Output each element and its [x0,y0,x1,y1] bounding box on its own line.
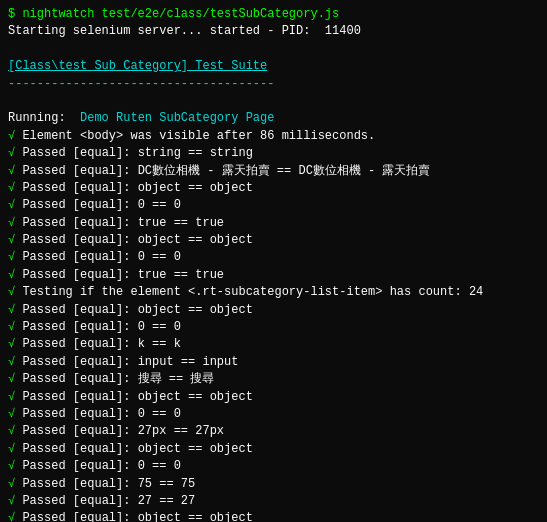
passed-value: [equal]: k == k [73,337,181,351]
passed-label: Passed [22,424,72,438]
terminal-line: √ Passed [equal]: object == object [8,302,539,319]
terminal-line: √ Passed [equal]: k == k [8,336,539,353]
passed-label: Passed [22,407,72,421]
passed-label: Passed [22,146,72,160]
terminal-line: √ Passed [equal]: 27px == 27px [8,423,539,440]
terminal-line: √ Passed [equal]: 0 == 0 [8,197,539,214]
check-mark: √ [8,355,22,369]
passed-value: [equal]: object == object [73,390,253,404]
terminal-line: √ Passed [equal]: 0 == 0 [8,458,539,475]
check-mark: √ [8,494,22,508]
terminal-line: √ Passed [equal]: 搜尋 == 搜尋 [8,371,539,388]
terminal: $ nightwatch test/e2e/class/testSubCateg… [8,6,539,522]
check-mark: √ [8,372,22,386]
terminal-line: √ Passed [equal]: object == object [8,232,539,249]
passed-value: [equal]: 27 == 27 [73,494,195,508]
passed-label: Passed [22,390,72,404]
passed-value: [equal]: 75 == 75 [73,477,195,491]
passed-value: [equal]: 0 == 0 [73,198,181,212]
passed-value: [equal]: object == object [73,303,253,317]
passed-value: [equal]: true == true [73,216,224,230]
passed-label: Passed [22,355,72,369]
passed-label: Passed [22,320,72,334]
terminal-output: $ nightwatch test/e2e/class/testSubCateg… [8,6,539,522]
passed-label: Passed [22,164,72,178]
passed-value: [equal]: input == input [73,355,239,369]
running-value: Demo Ruten SubCategory Page [80,111,274,125]
check-mark: √ [8,424,22,438]
terminal-line: $ nightwatch test/e2e/class/testSubCateg… [8,6,539,23]
check-mark: √ [8,477,22,491]
passed-value: [equal]: 0 == 0 [73,250,181,264]
passed-label: Passed [22,459,72,473]
terminal-line [8,41,539,58]
check-mark: √ [8,129,22,143]
passed-value: [equal]: object == object [73,181,253,195]
passed-value: [equal]: true == true [73,268,224,282]
passed-label: Passed [22,268,72,282]
terminal-line: √ Passed [equal]: 75 == 75 [8,476,539,493]
terminal-line: √ Element <body> was visible after 86 mi… [8,128,539,145]
check-mark: √ [8,216,22,230]
passed-label: Passed [22,442,72,456]
passed-label: Passed [22,303,72,317]
terminal-line: √ Passed [equal]: input == input [8,354,539,371]
check-mark: √ [8,459,22,473]
info-text: Starting selenium server... started - PI… [8,24,361,38]
passed-label: Passed [22,494,72,508]
check-mark: √ [8,250,22,264]
terminal-line: √ Passed [equal]: object == object [8,389,539,406]
terminal-line: [Class\test Sub Category] Test Suite [8,58,539,75]
passed-value: [equal]: DC數位相機 - 露天拍賣 == DC數位相機 - 露天拍賣 [73,164,431,178]
prompt-text: $ nightwatch test/e2e/class/testSubCateg… [8,7,339,21]
running-label: Running: [8,111,80,125]
terminal-line: Starting selenium server... started - PI… [8,23,539,40]
check-mark: √ [8,511,22,522]
check-mark: √ [8,407,22,421]
check-mark: √ [8,268,22,282]
check-mark: √ [8,164,22,178]
check-mark: √ [8,390,22,404]
passed-label: Passed [22,477,72,491]
terminal-line: √ Testing if the element <.rt-subcategor… [8,284,539,301]
terminal-line: √ Passed [equal]: 27 == 27 [8,493,539,510]
terminal-line: √ Passed [equal]: 0 == 0 [8,406,539,423]
passed-value: [equal]: object == object [73,511,253,522]
terminal-line: √ Passed [equal]: object == object [8,441,539,458]
terminal-line: Running: Demo Ruten SubCategory Page [8,110,539,127]
check-mark: √ [8,181,22,195]
passed-value: [equal]: 搜尋 == 搜尋 [73,372,215,386]
passed-label: Passed [22,511,72,522]
terminal-line: √ Passed [equal]: true == true [8,267,539,284]
passed-label: Passed [22,233,72,247]
terminal-line: √ Passed [equal]: true == true [8,215,539,232]
check-mark: √ [8,146,22,160]
passed-label: Passed [22,372,72,386]
check-mark: √ [8,442,22,456]
check-mark: √ [8,233,22,247]
check-mark: √ [8,337,22,351]
passed-value: [equal]: object == object [73,442,253,456]
passed-label: Passed [22,198,72,212]
info-plain-text: Element <body> was visible after 86 mill… [22,129,375,143]
suite-name: [Class\test Sub Category] Test Suite [8,59,267,73]
passed-value: [equal]: 0 == 0 [73,459,181,473]
terminal-line: √ Passed [equal]: 0 == 0 [8,319,539,336]
passed-value: [equal]: 0 == 0 [73,407,181,421]
passed-value: [equal]: 0 == 0 [73,320,181,334]
passed-label: Passed [22,181,72,195]
terminal-line: √ Passed [equal]: string == string [8,145,539,162]
check-mark: √ [8,320,22,334]
terminal-line: √ Passed [equal]: object == object [8,180,539,197]
info-plain-text: Testing if the element <.rt-subcategory-… [22,285,483,299]
check-mark: √ [8,303,22,317]
passed-label: Passed [22,337,72,351]
terminal-line: √ Passed [equal]: 0 == 0 [8,249,539,266]
passed-value: [equal]: object == object [73,233,253,247]
passed-value: [equal]: 27px == 27px [73,424,224,438]
passed-label: Passed [22,250,72,264]
check-mark: √ [8,285,22,299]
check-mark: √ [8,198,22,212]
terminal-line [8,93,539,110]
terminal-line: ------------------------------------- [8,76,539,93]
